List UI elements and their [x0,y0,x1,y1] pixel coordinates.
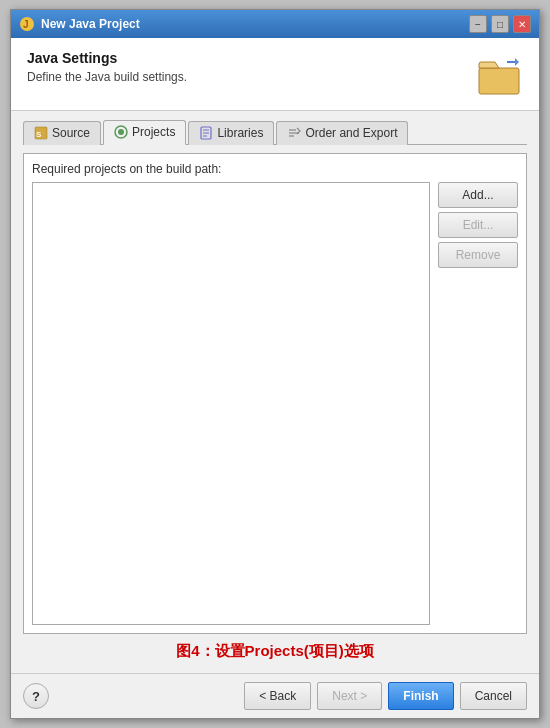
header-text: Java Settings Define the Java build sett… [27,50,187,84]
tab-order-export-label: Order and Export [305,126,397,140]
finish-button[interactable]: Finish [388,682,453,710]
header-area: Java Settings Define the Java build sett… [11,38,539,111]
footer: ? < Back Next > Finish Cancel [11,673,539,718]
tab-libraries-label: Libraries [217,126,263,140]
page-subtitle: Define the Java build settings. [27,70,187,84]
folder-icon [475,50,523,98]
source-tab-icon: S [34,126,48,140]
footer-right: < Back Next > Finish Cancel [244,682,527,710]
libraries-tab-icon [199,126,213,140]
panel-label: Required projects on the build path: [32,162,518,176]
svg-text:J: J [23,19,29,30]
next-button[interactable]: Next > [317,682,382,710]
project-list[interactable] [32,182,430,625]
window-title: New Java Project [41,17,469,31]
tab-libraries[interactable]: Libraries [188,121,274,145]
window-icon: J [19,16,35,32]
main-window: J New Java Project − □ ✕ Java Settings D… [10,9,540,719]
minimize-button[interactable]: − [469,15,487,33]
order-export-tab-icon [287,126,301,140]
close-button[interactable]: ✕ [513,15,531,33]
page-title: Java Settings [27,50,187,66]
svg-text:S: S [36,130,42,139]
tab-order-export[interactable]: Order and Export [276,121,408,145]
edit-button[interactable]: Edit... [438,212,518,238]
add-button[interactable]: Add... [438,182,518,208]
title-bar: J New Java Project − □ ✕ [11,10,539,38]
content-area: S Source Projects Libraries [11,111,539,673]
svg-point-8 [118,129,124,135]
tab-projects[interactable]: Projects [103,120,186,145]
caption-text: 图4：设置Projects(项目)选项 [23,634,527,665]
tab-projects-label: Projects [132,125,175,139]
help-button[interactable]: ? [23,683,49,709]
remove-button[interactable]: Remove [438,242,518,268]
back-button[interactable]: < Back [244,682,311,710]
tab-bar: S Source Projects Libraries [23,119,527,145]
panel-buttons: Add... Edit... Remove [438,182,518,625]
footer-left: ? [23,683,49,709]
cancel-button[interactable]: Cancel [460,682,527,710]
maximize-button[interactable]: □ [491,15,509,33]
window-controls: − □ ✕ [469,15,531,33]
tab-source[interactable]: S Source [23,121,101,145]
tab-source-label: Source [52,126,90,140]
projects-panel: Required projects on the build path: Add… [23,153,527,634]
svg-rect-2 [479,68,519,94]
panel-body: Add... Edit... Remove [32,182,518,625]
projects-tab-icon [114,125,128,139]
